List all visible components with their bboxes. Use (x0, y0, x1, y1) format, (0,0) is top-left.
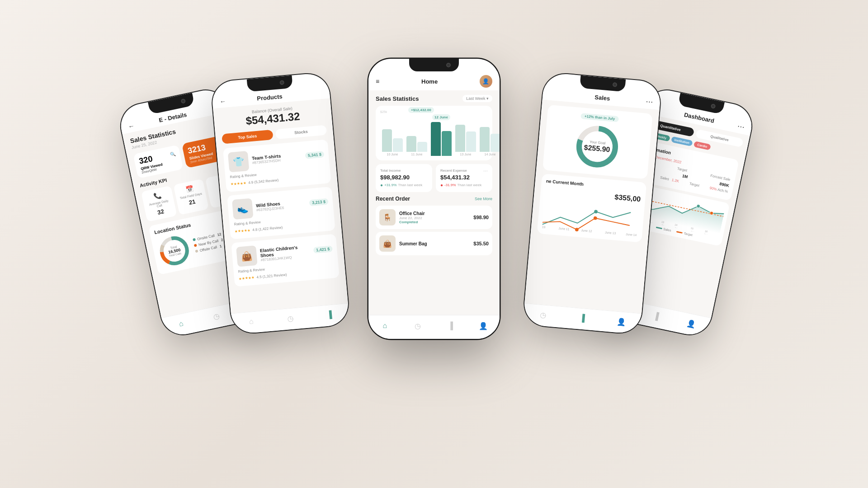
nav4-bar[interactable]: ▐ (577, 313, 588, 324)
product3-badge: 1,421 $ (313, 245, 333, 253)
product3-review: Rating & Review ★★★★★ 4.5 (1,321 Review) (238, 265, 287, 282)
phones-showcase: ← E - Details Sales Statistics June 25, … (118, 41, 750, 447)
svg-text:14: 14 (675, 223, 678, 226)
legend2-val: 2 (221, 238, 223, 242)
order1-date: June 22, 2022 (399, 216, 470, 220)
nav3-bar[interactable]: ▐ (445, 321, 455, 331)
active-bar-label: 12 June (432, 114, 450, 120)
more-icon[interactable]: ⋯ (483, 169, 488, 174)
product-2: 👟 Wild Shoes #63782QJ23HE6 3,213 $ Ratin… (227, 187, 335, 239)
svg-text:15: 15 (690, 227, 693, 230)
search-icon[interactable]: 🔍 (170, 151, 176, 157)
order1-status: Completed (399, 220, 470, 224)
filter-institution[interactable]: Institution (671, 136, 693, 146)
nav2-bar[interactable]: ▐ (324, 310, 335, 320)
product3-info: Elastic Children's Shoes #8718391JHK1WQ (259, 244, 310, 262)
income-pct: +31.9% (384, 183, 396, 187)
product2-info: Wild Shoes #63782QJ23HE6 (256, 199, 306, 212)
more-dots-icon[interactable]: ⋯ (645, 97, 653, 106)
legend3-val: 1 (219, 244, 222, 249)
order-1: 🪑 Office Chair June 22, 2022 Completed $… (376, 206, 492, 229)
product1-img: 👕 (228, 151, 250, 173)
product2-review-count: 4.8 (1,422 Review) (252, 225, 283, 232)
phone2-title: Products (257, 93, 283, 102)
p3-stats-title: Sales Statistics (376, 95, 419, 102)
nav5-user[interactable]: 👤 (685, 318, 697, 329)
notch-3 (409, 59, 459, 71)
svg-text:16: 16 (704, 230, 708, 233)
income-change-text: Than last week (398, 183, 422, 187)
filter-cardio[interactable]: Cardio (693, 141, 711, 150)
order2-img: 👜 (379, 235, 396, 252)
nav3-home[interactable]: ⌂ (380, 321, 390, 331)
back-icon-2[interactable]: ← (219, 98, 226, 105)
p4-line-chart: 10 June 11 June 12 June 13 June 14 (542, 198, 640, 238)
svg-text:June 11: June 11 (558, 227, 570, 231)
p1-stat1: 320 🔍 QRW Viewed 2min/QRW (133, 145, 183, 178)
p3-chart: $25k +$12,432.00 10 June (376, 106, 492, 160)
nav3-clock[interactable]: ◷ (413, 321, 423, 331)
back-icon[interactable]: ← (127, 122, 135, 131)
svg-text:13: 13 (661, 221, 664, 224)
camera-3 (446, 63, 451, 67)
bar-12june: 12 June (431, 114, 452, 156)
more-dots-icon-5[interactable]: ⋯ (736, 122, 745, 131)
product1-info: Team T-shirts #87365327HSDH (252, 152, 302, 165)
phone3-nav: ⌂ ◷ ▐ 👤 (368, 315, 500, 339)
p3-income-card: Total Income $98,982.90 ● +31.9% Than la… (376, 164, 432, 192)
avatar[interactable]: 👤 (480, 75, 492, 88)
phone-sales: Sales ⋯ +12% than in July Your Goal $255… (523, 72, 662, 335)
dot-nearby (194, 244, 197, 247)
product1-review-count: 4.9 (5,342 Review) (248, 178, 279, 185)
phone3-title: Home (421, 78, 438, 85)
nav4-user[interactable]: 👤 (616, 316, 627, 327)
nav5-bar[interactable]: ▐ (650, 310, 662, 322)
tab-stocks[interactable]: Stocks (275, 125, 327, 140)
order1-name: Office Chair (399, 211, 470, 216)
nav4-clock[interactable]: ◷ (538, 310, 549, 320)
phone3-header: ≡ Home 👤 (368, 71, 500, 90)
order1-price: $98.90 (473, 215, 489, 220)
order-2: 👜 Summer Bag $35.50 (376, 232, 492, 255)
expense-val: $54,431.32 (440, 174, 488, 181)
nav-home-icon[interactable]: ⌂ (175, 318, 187, 329)
hamburger-icon[interactable]: ≡ (376, 78, 379, 85)
p1-kpi1: 📞 Average Daily Call 32 (141, 186, 177, 222)
nav2-chart[interactable]: ◷ (285, 313, 296, 324)
p4-month-section: ne Current Month $355,00 (537, 174, 647, 243)
nav2-home[interactable]: ⌂ (246, 316, 257, 327)
camera-5 (711, 103, 716, 109)
product-1: 👕 Team T-shirts #87365327HSDH 5,341 $ Ra… (223, 139, 331, 192)
product3-review-count: 4.5 (1,321 Review) (256, 272, 287, 279)
phone4-content: +12% than in July Your Goal $255.90 (524, 100, 659, 314)
see-more-btn[interactable]: See More (475, 197, 492, 201)
p1-legend: Onsite Call 12 Near By Call 2 Offsite Ca… (193, 232, 225, 255)
tab-top-sales[interactable]: Top Sales (222, 130, 273, 144)
product1-badge: 5,341 $ (305, 151, 324, 159)
camera-4 (613, 82, 618, 87)
expense-label: Recent Expense (440, 169, 467, 173)
expense-pct: -31.9% (444, 183, 456, 187)
income-change: ● +31.9% Than last week (380, 183, 428, 188)
svg-text:June 14: June 14 (626, 233, 637, 237)
legend-sales-label: Sales (663, 227, 671, 232)
p1-kpi2: 📅 Total Field Days 21 (173, 179, 209, 215)
bar-14june: 14 June (480, 127, 500, 156)
recent-title: Recent Order (376, 196, 410, 202)
order1-info: Office Chair June 22, 2022 Completed (399, 211, 470, 224)
expense-change-text: Than last week (457, 183, 481, 187)
p3-expense-card: Recent Expense ⋯ $54,431.32 ● -31.9% Tha… (436, 164, 492, 192)
p3-filter[interactable]: Last Week ▾ (462, 95, 492, 102)
nav-chart-icon[interactable]: ◷ (211, 310, 222, 322)
product2-img: 👟 (232, 198, 254, 220)
p4-badge: +12% than in July (581, 113, 619, 122)
legend-target-label: Target (684, 232, 693, 237)
nav3-user[interactable]: 👤 (478, 321, 488, 331)
bar-11june: 11 June (406, 136, 427, 156)
product-3: 👜 Elastic Children's Shoes #8718391JHK1W… (231, 234, 340, 287)
svg-text:10: 10 (542, 225, 546, 229)
income-label: Total Income (380, 169, 428, 173)
camera-2 (279, 80, 284, 85)
phone-products: ← Products Balance (Overall Sale) $54,43… (211, 72, 350, 335)
chart-y-labels: $25k (380, 110, 488, 113)
